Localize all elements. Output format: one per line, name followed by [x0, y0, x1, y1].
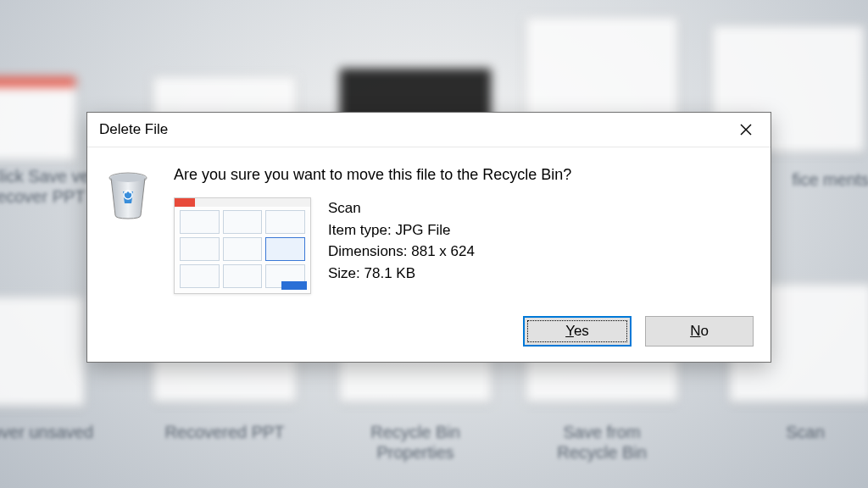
file-size-row: Size: 78.1 KB — [328, 263, 475, 285]
file-name: Scan — [328, 197, 475, 219]
file-type-row: Item type: JPG File — [328, 219, 475, 241]
no-button[interactable]: No — [645, 316, 754, 347]
dialog-body: Are you sure you want to move this file … — [87, 147, 771, 302]
prompt-text: Are you sure you want to move this file … — [174, 166, 747, 184]
svg-point-3 — [111, 174, 145, 182]
bg-label: fice ments — [780, 169, 868, 190]
file-size-value: 78.1 KB — [364, 265, 416, 281]
file-type-label: Item type: — [328, 222, 395, 238]
bg-label: Scan — [754, 422, 856, 442]
bg-label: Recovered PPT — [161, 422, 288, 442]
file-size-label: Size: — [328, 265, 364, 281]
bg-label: Click Save ve recover PPT — [0, 166, 93, 207]
dialog-titlebar: Delete File — [87, 113, 771, 147]
close-button[interactable] — [728, 118, 764, 141]
file-metadata: Scan Item type: JPG File Dimensions: 881… — [328, 197, 475, 284]
file-thumbnail — [174, 197, 311, 294]
dialog-icon-column — [106, 166, 153, 294]
bg-label: Save from Recycle Bin — [534, 422, 670, 463]
file-dimensions-value: 881 x 624 — [411, 243, 475, 259]
dialog-content: Are you sure you want to move this file … — [174, 166, 747, 294]
file-info: Scan Item type: JPG File Dimensions: 881… — [174, 197, 747, 294]
dialog-button-row: Yes No — [87, 302, 771, 362]
recycle-bin-icon — [106, 169, 150, 220]
yes-button[interactable]: Yes — [523, 316, 632, 347]
no-label-rest: o — [700, 323, 708, 339]
file-dimensions-row: Dimensions: 881 x 624 — [328, 241, 475, 263]
close-icon — [740, 124, 752, 136]
dialog-title: Delete File — [99, 121, 168, 138]
file-type-value: JPG File — [395, 222, 450, 238]
file-dimensions-label: Dimensions: — [328, 243, 411, 259]
yes-label-rest: es — [574, 323, 589, 339]
bg-label: Recycle Bin Properties — [348, 422, 483, 463]
delete-file-dialog: Delete File — [86, 112, 771, 363]
bg-label: cover unsaved — [0, 422, 102, 442]
